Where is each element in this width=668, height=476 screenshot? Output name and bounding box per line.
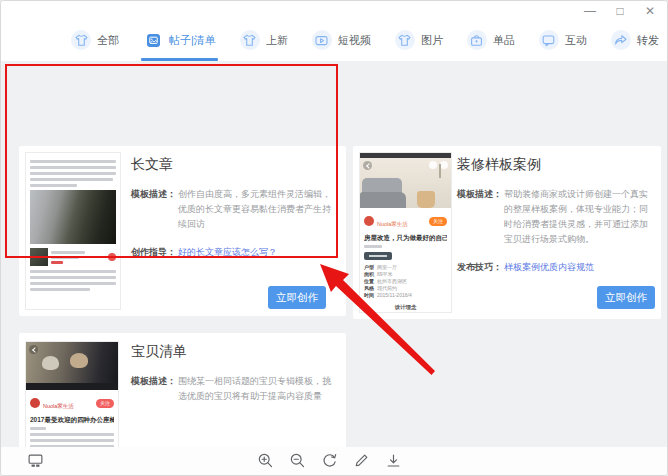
category-tabs: 全部 帖子|清单 上新 <box>71 27 659 53</box>
follow-pill: 关注 <box>429 217 447 226</box>
overview-tag <box>364 252 392 260</box>
product-row <box>30 247 116 267</box>
long-article-preview-thumbnail <box>25 152 121 310</box>
card-title: 宝贝清单 <box>131 343 338 361</box>
street-fashion-photo <box>30 190 116 244</box>
top-tab-bar: — □ ✕ 全部 帖子|清单 <box>1 1 667 61</box>
tips-label: 发布技巧： <box>457 260 502 275</box>
tab-label: 转发 <box>637 33 659 48</box>
briefcase-icon <box>467 30 487 50</box>
description-label: 模板描述： <box>131 187 176 202</box>
close-button[interactable]: ✕ <box>643 3 657 19</box>
back-icon <box>29 345 38 354</box>
avatar <box>364 216 374 226</box>
description-label: 模板描述： <box>457 187 502 202</box>
description-text: 围绕某一相同话题的宝贝专辑模板，挑选优质的宝贝将有助于提高内容质量 <box>178 376 331 401</box>
spec-row: 风格现代简约 <box>364 285 447 292</box>
chat-bubble-icon <box>539 30 559 50</box>
design-concept-header: 设计理念 <box>364 304 447 311</box>
zoom-out-icon[interactable] <box>289 452 306 473</box>
minimize-button[interactable]: — <box>583 3 597 19</box>
tab-single-item[interactable]: 单品 <box>467 27 515 53</box>
avatar <box>30 398 40 408</box>
spec-row: 户型两室一厅 <box>364 264 447 271</box>
create-now-button[interactable]: 立即创作 <box>268 286 326 309</box>
preview-user-row: Nuola家生活 关注 <box>364 212 447 230</box>
preview-post-title: 2017最受欢迎的四种办公座椅 <box>30 416 114 424</box>
tab-forward[interactable]: 转发 <box>611 27 659 53</box>
follow-pill: 关注 <box>96 399 114 408</box>
spec-row: 位置杭州市西湖区 <box>364 278 447 285</box>
app-window: — □ ✕ 全部 帖子|清单 <box>0 0 668 476</box>
tab-interaction[interactable]: 互动 <box>539 27 587 53</box>
template-gallery: 长文章 模板描述： 创作自由度高，多元素组件灵活编辑，优质的长文章更容易黏住消费… <box>1 61 667 447</box>
tab-picture[interactable]: 图片 <box>395 27 443 53</box>
cart-dot-icon <box>108 253 116 261</box>
tab-label: 全部 <box>97 33 119 48</box>
spec-row: 时间2015/11-2016/4 <box>364 292 447 299</box>
share-arrow-icon <box>611 30 631 50</box>
post-list-icon <box>143 30 163 50</box>
template-description: 模板描述： 帮助装修商家或设计师创建一个真实的整屋样板案例，体现专业能力；同时给… <box>457 187 653 247</box>
decor-case-preview-thumbnail: Nuola家生活 关注 房屋改造，只为做最好的自己 户型两室一厅 面积89平米 … <box>359 152 452 313</box>
display-mode-icon[interactable] <box>27 452 44 473</box>
video-icon <box>312 30 332 50</box>
window-controls: — □ ✕ <box>583 3 657 19</box>
tab-label: 单品 <box>493 33 515 48</box>
shirt-icon <box>240 30 260 50</box>
tab-short-video[interactable]: 短视频 <box>312 27 371 53</box>
publish-tips: 发布技巧： 样板案例优质内容规范 <box>457 260 653 275</box>
guide-link[interactable]: 好的长文章应该怎么写？ <box>178 247 277 257</box>
tab-label: 图片 <box>421 33 443 48</box>
spec-row: 面积89平米 <box>364 271 447 278</box>
create-now-button[interactable]: 立即创作 <box>597 286 655 309</box>
card-title: 长文章 <box>131 156 338 174</box>
tab-new-arrival[interactable]: 上新 <box>240 27 288 53</box>
refresh-icon[interactable] <box>321 452 338 473</box>
back-icon <box>363 161 372 170</box>
template-description: 模板描述： 创作自由度高，多元素组件灵活编辑，优质的长文章更容易黏住消费者产生持… <box>131 187 338 232</box>
zoom-in-icon[interactable] <box>257 452 274 473</box>
creation-guide: 创作指导： 好的长文章应该怎么写？ <box>131 245 338 260</box>
template-description: 模板描述： 围绕某一相同话题的宝贝专辑模板，挑选优质的宝贝将有助于提高内容质量 <box>131 374 338 404</box>
product-thumb <box>30 248 48 266</box>
case-specs: 户型两室一厅 面积89平米 位置杭州市西湖区 风格现代简约 时间2015/11-… <box>364 264 447 299</box>
living-room-photo <box>360 158 451 208</box>
card-title: 装修样板案例 <box>457 156 653 174</box>
edit-pencil-icon[interactable] <box>353 452 370 473</box>
tab-label: 帖子|清单 <box>169 33 216 48</box>
tab-label: 短视频 <box>338 33 371 48</box>
template-card-decor-case: Nuola家生活 关注 房屋改造，只为做最好的自己 户型两室一厅 面积89平米 … <box>353 146 661 319</box>
description-text: 帮助装修商家或设计师创建一个真实的整屋样板案例，体现专业能力；同时给消费者提供灵… <box>504 189 648 244</box>
preview-user-row: Nuola家生活 关注 <box>30 394 114 412</box>
template-card-long-article: 长文章 模板描述： 创作自由度高，多元素组件灵活编辑，优质的长文章更容易黏住消费… <box>19 146 346 316</box>
tab-label: 上新 <box>266 33 288 48</box>
preview-username: Nuola家生活 <box>43 403 74 409</box>
tab-all[interactable]: 全部 <box>71 27 119 53</box>
guide-label: 创作指导： <box>131 245 176 260</box>
tab-label: 互动 <box>565 33 587 48</box>
shirt-icon <box>395 30 415 50</box>
shirt-icon <box>71 30 91 50</box>
tips-link[interactable]: 样板案例优质内容规范 <box>504 262 594 272</box>
download-icon[interactable] <box>385 452 402 473</box>
bottom-toolbar <box>1 447 667 475</box>
preview-username: Nuola家生活 <box>377 221 408 227</box>
preview-post-title: 房屋改造，只为做最好的自己 <box>364 234 447 242</box>
description-label: 模板描述： <box>131 374 176 389</box>
description-text: 创作自由度高，多元素组件灵活编辑，优质的长文章更容易黏住消费者产生持续回访 <box>178 189 331 229</box>
office-chairs-photo <box>26 342 118 390</box>
maximize-button[interactable]: □ <box>613 3 627 19</box>
tab-post-list[interactable]: 帖子|清单 <box>143 27 216 53</box>
